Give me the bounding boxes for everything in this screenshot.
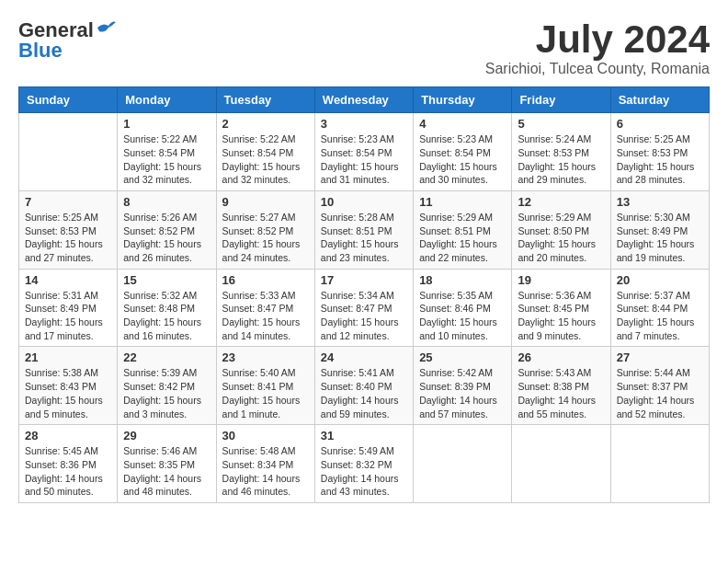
day-number: 29 (123, 429, 210, 442)
day-info: Sunrise: 5:35 AM Sunset: 8:46 PM Dayligh… (419, 289, 506, 343)
page-header: General Blue July 2024 Sarichioi, Tulcea… (18, 18, 710, 77)
calendar-cell: 18Sunrise: 5:35 AM Sunset: 8:46 PM Dayli… (414, 269, 512, 347)
day-info: Sunrise: 5:28 AM Sunset: 8:51 PM Dayligh… (321, 211, 407, 265)
day-info: Sunrise: 5:27 AM Sunset: 8:52 PM Dayligh… (222, 211, 309, 265)
calendar-cell: 27Sunrise: 5:44 AM Sunset: 8:37 PM Dayli… (610, 347, 709, 425)
calendar-header-row: SundayMondayTuesdayWednesdayThursdayFrid… (19, 87, 710, 113)
day-number: 30 (222, 429, 309, 442)
day-info: Sunrise: 5:38 AM Sunset: 8:43 PM Dayligh… (25, 366, 111, 420)
calendar-cell (19, 113, 118, 191)
calendar-cell: 1Sunrise: 5:22 AM Sunset: 8:54 PM Daylig… (118, 113, 216, 191)
calendar-cell: 10Sunrise: 5:28 AM Sunset: 8:51 PM Dayli… (314, 190, 413, 269)
day-info: Sunrise: 5:25 AM Sunset: 8:53 PM Dayligh… (25, 211, 111, 265)
calendar-cell: 13Sunrise: 5:30 AM Sunset: 8:49 PM Dayli… (610, 190, 709, 269)
day-number: 7 (25, 195, 111, 209)
day-info: Sunrise: 5:31 AM Sunset: 8:49 PM Dayligh… (25, 289, 111, 343)
day-info: Sunrise: 5:26 AM Sunset: 8:52 PM Dayligh… (123, 211, 210, 265)
day-info: Sunrise: 5:29 AM Sunset: 8:51 PM Dayligh… (419, 211, 506, 265)
calendar-cell: 21Sunrise: 5:38 AM Sunset: 8:43 PM Dayli… (19, 347, 118, 425)
day-info: Sunrise: 5:44 AM Sunset: 8:37 PM Dayligh… (617, 366, 703, 420)
day-number: 24 (321, 350, 407, 364)
day-number: 15 (123, 273, 210, 287)
calendar-week-row: 1Sunrise: 5:22 AM Sunset: 8:54 PM Daylig… (19, 113, 710, 191)
calendar-cell: 3Sunrise: 5:23 AM Sunset: 8:54 PM Daylig… (314, 113, 413, 191)
day-number: 19 (518, 273, 604, 287)
calendar-cell: 31Sunrise: 5:49 AM Sunset: 8:32 PM Dayli… (314, 425, 413, 503)
calendar-cell: 30Sunrise: 5:48 AM Sunset: 8:34 PM Dayli… (216, 425, 314, 503)
calendar-week-row: 7Sunrise: 5:25 AM Sunset: 8:53 PM Daylig… (19, 190, 710, 269)
day-info: Sunrise: 5:41 AM Sunset: 8:40 PM Dayligh… (321, 366, 407, 420)
day-number: 9 (222, 195, 309, 209)
calendar-day-header: Wednesday (314, 87, 413, 113)
calendar-cell: 9Sunrise: 5:27 AM Sunset: 8:52 PM Daylig… (216, 190, 314, 269)
calendar-cell: 12Sunrise: 5:29 AM Sunset: 8:50 PM Dayli… (512, 190, 610, 269)
day-info: Sunrise: 5:46 AM Sunset: 8:35 PM Dayligh… (123, 444, 210, 499)
day-info: Sunrise: 5:24 AM Sunset: 8:53 PM Dayligh… (518, 132, 604, 187)
calendar-table: SundayMondayTuesdayWednesdayThursdayFrid… (18, 86, 710, 503)
day-number: 18 (419, 273, 506, 287)
day-number: 12 (518, 195, 604, 209)
day-info: Sunrise: 5:39 AM Sunset: 8:42 PM Dayligh… (123, 366, 210, 420)
day-info: Sunrise: 5:40 AM Sunset: 8:41 PM Dayligh… (222, 366, 309, 420)
calendar-cell: 8Sunrise: 5:26 AM Sunset: 8:52 PM Daylig… (118, 190, 216, 269)
day-number: 26 (518, 350, 604, 364)
day-info: Sunrise: 5:29 AM Sunset: 8:50 PM Dayligh… (518, 211, 604, 265)
day-number: 2 (222, 117, 309, 131)
day-number: 27 (617, 350, 703, 364)
day-info: Sunrise: 5:33 AM Sunset: 8:47 PM Dayligh… (222, 289, 309, 343)
calendar-week-row: 14Sunrise: 5:31 AM Sunset: 8:49 PM Dayli… (19, 269, 710, 347)
calendar-day-header: Tuesday (216, 87, 314, 113)
day-number: 22 (123, 350, 210, 364)
day-info: Sunrise: 5:23 AM Sunset: 8:54 PM Dayligh… (321, 132, 407, 187)
day-number: 5 (518, 117, 604, 131)
calendar-day-header: Friday (512, 87, 610, 113)
day-info: Sunrise: 5:25 AM Sunset: 8:53 PM Dayligh… (617, 132, 703, 187)
calendar-cell: 11Sunrise: 5:29 AM Sunset: 8:51 PM Dayli… (414, 190, 512, 269)
day-info: Sunrise: 5:36 AM Sunset: 8:45 PM Dayligh… (518, 289, 604, 343)
calendar-cell: 5Sunrise: 5:24 AM Sunset: 8:53 PM Daylig… (512, 113, 610, 191)
day-info: Sunrise: 5:22 AM Sunset: 8:54 PM Dayligh… (222, 132, 309, 187)
calendar-cell: 6Sunrise: 5:25 AM Sunset: 8:53 PM Daylig… (610, 113, 709, 191)
calendar-cell: 19Sunrise: 5:36 AM Sunset: 8:45 PM Dayli… (512, 269, 610, 347)
day-number: 6 (617, 117, 703, 131)
calendar-cell: 14Sunrise: 5:31 AM Sunset: 8:49 PM Dayli… (19, 269, 118, 347)
calendar-cell: 20Sunrise: 5:37 AM Sunset: 8:44 PM Dayli… (610, 269, 709, 347)
day-info: Sunrise: 5:37 AM Sunset: 8:44 PM Dayligh… (617, 289, 703, 343)
calendar-day-header: Sunday (19, 87, 118, 113)
calendar-cell (414, 425, 512, 503)
calendar-cell: 24Sunrise: 5:41 AM Sunset: 8:40 PM Dayli… (314, 347, 413, 425)
logo: General Blue (18, 18, 116, 63)
location-subtitle: Sarichioi, Tulcea County, Romania (485, 61, 710, 77)
day-info: Sunrise: 5:48 AM Sunset: 8:34 PM Dayligh… (222, 444, 309, 499)
day-number: 28 (25, 429, 111, 442)
day-info: Sunrise: 5:32 AM Sunset: 8:48 PM Dayligh… (123, 289, 210, 343)
day-number: 17 (321, 273, 407, 287)
day-number: 8 (123, 195, 210, 209)
calendar-cell: 25Sunrise: 5:42 AM Sunset: 8:39 PM Dayli… (414, 347, 512, 425)
day-number: 4 (419, 117, 506, 131)
logo-bird-icon (96, 20, 116, 37)
day-number: 10 (321, 195, 407, 209)
day-info: Sunrise: 5:22 AM Sunset: 8:54 PM Dayligh… (123, 132, 210, 187)
day-info: Sunrise: 5:23 AM Sunset: 8:54 PM Dayligh… (419, 132, 506, 187)
day-number: 31 (321, 429, 407, 442)
day-info: Sunrise: 5:42 AM Sunset: 8:39 PM Dayligh… (419, 366, 506, 420)
calendar-cell: 16Sunrise: 5:33 AM Sunset: 8:47 PM Dayli… (216, 269, 314, 347)
calendar-day-header: Thursday (414, 87, 512, 113)
day-number: 23 (222, 350, 309, 364)
calendar-cell: 29Sunrise: 5:46 AM Sunset: 8:35 PM Dayli… (118, 425, 216, 503)
day-number: 16 (222, 273, 309, 287)
day-number: 20 (617, 273, 703, 287)
day-info: Sunrise: 5:45 AM Sunset: 8:36 PM Dayligh… (25, 444, 111, 499)
calendar-cell: 26Sunrise: 5:43 AM Sunset: 8:38 PM Dayli… (512, 347, 610, 425)
day-number: 25 (419, 350, 506, 364)
month-title: July 2024 (485, 18, 710, 61)
day-number: 14 (25, 273, 111, 287)
calendar-week-row: 21Sunrise: 5:38 AM Sunset: 8:43 PM Dayli… (19, 347, 710, 425)
calendar-cell: 4Sunrise: 5:23 AM Sunset: 8:54 PM Daylig… (414, 113, 512, 191)
calendar-week-row: 28Sunrise: 5:45 AM Sunset: 8:36 PM Dayli… (19, 425, 710, 503)
calendar-day-header: Saturday (610, 87, 709, 113)
day-info: Sunrise: 5:49 AM Sunset: 8:32 PM Dayligh… (321, 444, 407, 499)
calendar-cell: 28Sunrise: 5:45 AM Sunset: 8:36 PM Dayli… (19, 425, 118, 503)
calendar-cell: 2Sunrise: 5:22 AM Sunset: 8:54 PM Daylig… (216, 113, 314, 191)
